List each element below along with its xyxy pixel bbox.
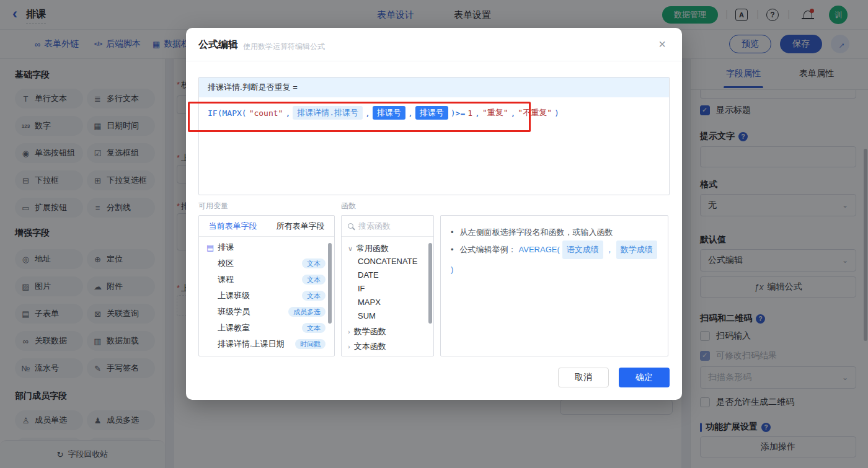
caret-right-icon: › [348,343,350,350]
variable-name: 上课教室 [218,322,250,333]
example-close-paren: ) [451,262,453,278]
formula-token: ) [554,108,559,118]
variable-item[interactable]: 上课教室文本 [218,322,326,333]
example-function: AVERAGE( [519,242,560,258]
example-field-token: 数学成绩 [616,241,657,259]
caret-right-icon: › [348,328,350,335]
function-group-label: 文本函数 [354,341,386,352]
variable-item[interactable]: 班级学员成员多选 [218,306,326,317]
functions-panel: 搜索函数 ∨ 常用函数 CONCATENATE DATE IF MAPX SUM… [341,215,434,356]
caret-down-icon: ∨ [348,245,353,253]
variable-item[interactable]: 上课班级文本 [218,290,326,301]
variable-item[interactable]: 排课详情.上课日期时间戳 [218,338,326,350]
cancel-button[interactable]: 取消 [558,368,609,387]
function-group-math[interactable]: › 数学函数 [348,326,386,337]
search-placeholder: 搜索函数 [358,221,391,232]
variable-name: 校区 [218,258,234,269]
formula-editor-modal: 公式编辑 使用数学运算符编辑公式 × 排课详情.判断是否重复 = IF(MAPX… [186,28,682,400]
formula-target-bar: 排课详情.判断是否重复 = [199,77,669,97]
function-group-text[interactable]: › 文本函数 [348,341,386,352]
example-field-token: 语文成绩 [562,241,603,259]
variable-item[interactable]: 校区文本 [218,258,326,269]
function-item[interactable]: MAPX [358,298,381,307]
variable-item[interactable]: 课程文本 [218,274,326,285]
modal-subtitle: 使用数学运算符编辑公式 [243,42,325,52]
function-search[interactable]: 搜索函数 [342,216,433,237]
function-group-common[interactable]: ∨ 常用函数 [348,243,389,254]
function-group-label: 数学函数 [354,326,386,337]
app-window: ‹ 排课 表单设计 表单设置 数据管理 | A | ? | 训 ∞ 表单外链 <… [0,0,868,468]
confirm-button[interactable]: 确定 [619,368,670,387]
variable-type-badge: 成员多选 [288,307,326,317]
tab-all-form-fields[interactable]: 所有表单字段 [267,221,334,232]
modal-title: 公式编辑 [198,38,238,51]
function-item[interactable]: CONCATENATE [358,257,417,266]
function-item[interactable]: IF [358,284,365,293]
example-comma: ， [606,242,614,258]
variables-scrollbar[interactable] [328,243,332,324]
variables-label: 可用变量 [198,201,228,211]
variable-type-badge: 文本 [302,258,326,268]
hint-line: 公式编辑举例： AVERAGE( 语文成绩 ， 数学成绩 ) [451,241,658,278]
divider [186,61,682,61]
variable-type-badge: 文本 [302,275,326,285]
function-item[interactable]: DATE [358,270,379,280]
function-group-label: 常用函数 [356,243,389,254]
variable-type-badge: 时间戳 [295,339,326,349]
functions-label: 函数 [341,201,356,211]
variable-name: 上课班级 [218,290,250,301]
annotation-rectangle [188,102,531,132]
variable-name: 排课详情.上课日期 [218,338,285,350]
variable-type-badge: 文本 [302,323,326,333]
formula-target: 排课详情.判断是否重复 = [208,82,298,93]
variable-name: 班级学员 [218,306,250,317]
variables-panel: 当前表单字段 所有表单字段 ▤ 排课 校区文本 课程文本 上课班级文本 班级学员… [198,215,335,356]
formula-editor-box[interactable]: 排课详情.判断是否重复 = IF(MAPX( "count" , 排课详情.排课… [198,77,670,195]
search-icon [348,223,353,229]
form-doc-icon: ▤ [206,243,214,252]
variable-root-label: 排课 [218,242,234,253]
variable-type-badge: 文本 [302,291,326,301]
functions-scrollbar[interactable] [428,243,432,324]
tab-current-form-fields[interactable]: 当前表单字段 [199,221,267,232]
hint-line: 从左侧面板选择字段名和函数，或输入函数 [451,224,658,241]
hint-panel: 从左侧面板选择字段名和函数，或输入函数 公式编辑举例： AVERAGE( 语文成… [440,215,668,356]
function-item[interactable]: SUM [358,311,376,320]
close-icon[interactable]: × [658,38,666,50]
variable-name: 课程 [218,274,234,285]
variable-tree-root[interactable]: ▤ 排课 [206,242,234,253]
